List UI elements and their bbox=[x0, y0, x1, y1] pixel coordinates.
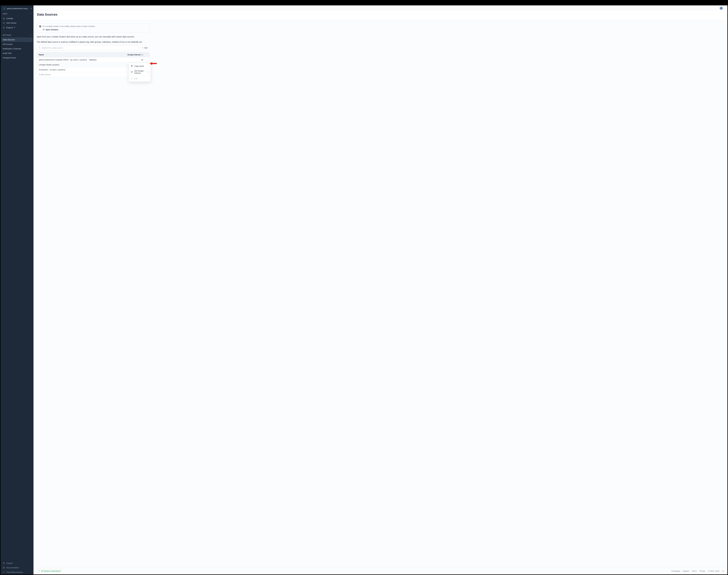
svg-point-2 bbox=[3, 27, 4, 28]
footer-copyright: © 2024, Last9 bbox=[708, 570, 719, 572]
clipboard-icon bbox=[131, 65, 133, 67]
topbar: ⌄ bbox=[33, 5, 727, 11]
caret-down-icon: ▾ bbox=[31, 8, 31, 9]
row-menu-button[interactable]: ⋮ bbox=[143, 59, 147, 61]
list-icon bbox=[3, 571, 5, 573]
apps-label: APPS bbox=[3, 13, 7, 15]
sync-clusters-button[interactable]: Sync Clusters bbox=[39, 29, 147, 31]
sidebar-item-licenses[interactable]: Third-Party licenses bbox=[1, 570, 33, 574]
row-name: github-prathamesh-sonpatki-AMXD - ap-sou… bbox=[39, 59, 87, 61]
sidebar-item-explore[interactable]: Explore ↗ bbox=[1, 25, 33, 30]
sidebar-item-documentation[interactable]: Documentation bbox=[1, 565, 33, 570]
settings-label: SETTINGS bbox=[3, 34, 11, 36]
info-text: If a Levitate cluster is not visible, pl… bbox=[43, 25, 96, 27]
sidebar-item-label: Support bbox=[6, 562, 13, 564]
sidebar-item-label: Levitate bbox=[6, 17, 13, 20]
annotation-arrow-icon bbox=[149, 62, 157, 65]
page-title: Data Sources bbox=[37, 13, 724, 16]
sidebar-item-label: Documentation bbox=[6, 567, 19, 569]
sidebar-item-label: Data Sources bbox=[3, 39, 15, 41]
data-sources-table: Name Scrape Interval ? github-prathamesh… bbox=[37, 52, 150, 77]
sidebar-item-data-sources[interactable]: Data Sources bbox=[1, 37, 33, 42]
default-badge: DEFAULT bbox=[89, 59, 97, 61]
sidebar-item-alert-studio[interactable]: Alert Studio bbox=[1, 21, 33, 25]
apps-section-header[interactable]: APPS ⌃ bbox=[1, 11, 33, 16]
check-icon: ✓ bbox=[39, 570, 40, 572]
info-icon: i bbox=[39, 25, 41, 27]
window-top-bar bbox=[1, 1, 727, 5]
search-input-wrapper[interactable] bbox=[37, 45, 138, 50]
svg-marker-3 bbox=[3, 27, 4, 28]
chevron-down-icon[interactable]: ⌄ bbox=[724, 7, 725, 9]
book-icon bbox=[3, 567, 5, 569]
sidebar-item-label: Change Events bbox=[3, 57, 16, 59]
chevron-up-icon: ⌃ bbox=[30, 34, 32, 36]
chevron-up-icon: ⌃ bbox=[30, 13, 32, 15]
row-interval: 1m bbox=[141, 59, 143, 61]
sidebar-item-label: Notification Channels bbox=[3, 47, 21, 50]
info-box: i If a Levitate cluster is not visible, … bbox=[37, 23, 150, 33]
ctx-label: Edit bbox=[134, 77, 137, 80]
refresh-icon bbox=[3, 22, 5, 24]
search-input[interactable] bbox=[42, 47, 137, 49]
ctx-edit: Edit bbox=[129, 76, 150, 81]
context-menu: Copy name Set Scrape Interval › Edit bbox=[129, 63, 151, 82]
sidebar-item-label: Audit Trail bbox=[3, 52, 11, 54]
pencil-icon bbox=[131, 78, 133, 80]
ctx-label: Set Scrape Interval bbox=[134, 70, 146, 74]
add-button[interactable]: + Add bbox=[140, 45, 150, 50]
description-para-1: Apart from your Levitate clusters that s… bbox=[37, 35, 150, 38]
refresh-icon bbox=[43, 29, 44, 31]
org-selector[interactable]: 9 github-prathamesh-sonpatki ▾ bbox=[1, 5, 33, 11]
footer-bar: ✓ All Systems Operational Changelog Supp… bbox=[33, 568, 727, 574]
description-para-2: The default data source is used as a fal… bbox=[37, 40, 150, 44]
chevron-right-icon: › bbox=[148, 71, 148, 73]
ctx-copy-name[interactable]: Copy name bbox=[129, 64, 150, 68]
compass-icon bbox=[3, 27, 5, 29]
footer-link-support[interactable]: Support bbox=[683, 570, 689, 572]
last9-badge-icon: 9 bbox=[722, 570, 724, 572]
row-name: Production - us-east-1 (system) bbox=[39, 69, 65, 71]
svg-rect-4 bbox=[3, 563, 4, 564]
sidebar-item-audit-trail[interactable]: Audit Trail bbox=[1, 51, 33, 56]
settings-section-header[interactable]: SETTINGS ⌃ bbox=[1, 33, 33, 37]
ctx-label: Copy name bbox=[134, 65, 144, 67]
add-label: Add bbox=[144, 47, 147, 49]
sidebar-item-label: API Access bbox=[3, 43, 12, 45]
footer-link-terms[interactable]: Terms bbox=[692, 570, 697, 572]
plus-icon: + bbox=[142, 47, 143, 49]
footer-link-changelog[interactable]: Changelog bbox=[671, 570, 680, 572]
sidebar-item-notification-channels[interactable]: Notification Channels bbox=[1, 46, 33, 51]
svg-marker-15 bbox=[149, 62, 157, 65]
org-name: github-prathamesh-sonpatki bbox=[7, 7, 30, 10]
sidebar-item-api-access[interactable]: API Access bbox=[1, 42, 33, 46]
sidebar: 9 github-prathamesh-sonpatki ▾ APPS ⌃ Le… bbox=[1, 1, 33, 574]
sidebar-item-change-events[interactable]: Change Events bbox=[1, 56, 33, 60]
col-interval-label: Scrape Interval bbox=[128, 54, 140, 56]
row-name: Levitate Health (system) bbox=[39, 64, 59, 66]
search-icon bbox=[39, 47, 41, 49]
col-header-name: Name bbox=[39, 54, 123, 56]
refresh-icon bbox=[131, 71, 133, 73]
col-header-interval: Scrape Interval ? bbox=[123, 54, 143, 56]
main-content: ⌄ Data Sources i If a Levitate cluster i… bbox=[33, 1, 727, 574]
sidebar-item-support[interactable]: Support bbox=[1, 561, 33, 565]
page-header: Data Sources bbox=[33, 11, 727, 20]
sidebar-item-label: Alert Studio bbox=[6, 22, 16, 24]
help-icon[interactable]: ? bbox=[141, 54, 143, 56]
avatar[interactable] bbox=[720, 6, 723, 10]
sync-label: Sync Clusters bbox=[46, 29, 58, 31]
ctx-set-scrape-interval[interactable]: Set Scrape Interval › bbox=[129, 68, 150, 75]
svg-rect-0 bbox=[3, 18, 4, 19]
chat-icon bbox=[3, 562, 5, 564]
sidebar-item-label: Third-Party licenses bbox=[6, 571, 23, 573]
database-icon bbox=[3, 17, 5, 20]
status-pill[interactable]: ✓ All Systems Operational bbox=[37, 569, 62, 573]
sidebar-item-label: Explore ↗ bbox=[6, 26, 15, 29]
footer-link-privacy[interactable]: Privacy bbox=[699, 570, 705, 572]
status-text: All Systems Operational bbox=[41, 570, 61, 572]
svg-point-11 bbox=[39, 47, 40, 48]
table-row[interactable]: github-prathamesh-sonpatki-AMXD - ap-sou… bbox=[37, 57, 149, 62]
sidebar-item-levitate[interactable]: Levitate bbox=[1, 16, 33, 21]
last9-logo-icon: 9 bbox=[3, 7, 6, 10]
